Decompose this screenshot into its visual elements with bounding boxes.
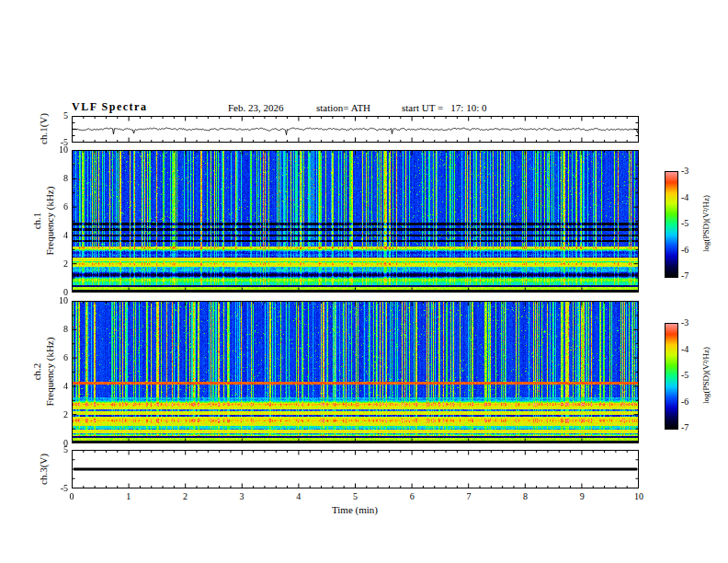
colorbar-tick-label: -5 (681, 218, 688, 228)
x-axis-label: Time (min) (309, 504, 401, 515)
colorbar-tick-label: -6 (681, 396, 688, 407)
y-tick-label: 2 (46, 409, 68, 419)
ch1-frequency-axis-label: Frequency (kHz) (44, 187, 55, 256)
ch2-colorbar-label: log(PSD)(V²/Hz) (701, 347, 711, 404)
ch2-axis-label: ch.2 (31, 363, 42, 381)
ch2-colorbar (665, 323, 678, 430)
y-tick-label: 2 (46, 259, 68, 269)
start-ut-label: start UT = 17: 10: 0 (402, 102, 486, 113)
vlf-spectra-figure: VLF Spectra Feb. 23, 2026 station= ATH s… (0, 0, 728, 563)
y-tick-label: 8 (46, 173, 68, 183)
plot-title: VLF Spectra (72, 100, 147, 114)
colorbar-tick-label: -7 (681, 270, 688, 281)
colorbar-tick-label: -7 (681, 422, 688, 432)
ch1-axis-label: ch.1 (31, 213, 42, 230)
x-tick-label: 8 (516, 491, 536, 501)
x-tick-label: 0 (62, 491, 82, 501)
x-tick-label: 6 (402, 491, 422, 501)
x-tick-label: 1 (119, 491, 139, 501)
ch1-colorbar (665, 171, 678, 278)
y-tick-label: 4 (46, 381, 68, 391)
x-tick-label: 7 (459, 491, 479, 501)
colorbar-tick-label: -4 (681, 192, 688, 202)
y-tick-label: 10 (46, 295, 68, 305)
x-tick-label: 3 (232, 491, 252, 501)
date-label: Feb. 23, 2026 (228, 102, 284, 113)
ch3-waveform-canvas (72, 450, 639, 488)
ch2-spectrogram-canvas (72, 301, 639, 443)
y-tick-label: 5 (46, 444, 68, 454)
ch1-colorbar-label: log(PSD)(V²/Hz) (701, 195, 711, 252)
x-tick-label: 4 (289, 491, 309, 501)
y-tick-label: 5 (46, 110, 68, 121)
ch3-voltage-axis-label: ch.3(V) (38, 454, 49, 485)
ch2-frequency-axis-label: Frequency (kHz) (44, 338, 55, 407)
colorbar-tick-label: -3 (681, 166, 688, 176)
x-tick-label: 10 (629, 491, 649, 501)
y-tick-label: 8 (46, 324, 68, 334)
ch1-waveform-canvas (72, 116, 639, 143)
y-tick-label: 4 (46, 230, 68, 240)
y-tick-label: 6 (46, 352, 68, 362)
station-label: station= ATH (316, 102, 370, 113)
x-tick-label: 2 (175, 491, 195, 501)
x-tick-label: 5 (346, 491, 366, 501)
colorbar-tick-label: -3 (681, 317, 688, 327)
colorbar-tick-label: -6 (681, 245, 688, 255)
ch1-spectrogram-canvas (72, 150, 639, 293)
colorbar-tick-label: -4 (681, 344, 688, 354)
y-tick-label: 10 (46, 144, 68, 155)
y-tick-label: 6 (46, 201, 68, 212)
colorbar-tick-label: -5 (681, 370, 688, 380)
x-tick-label: 9 (572, 491, 592, 501)
